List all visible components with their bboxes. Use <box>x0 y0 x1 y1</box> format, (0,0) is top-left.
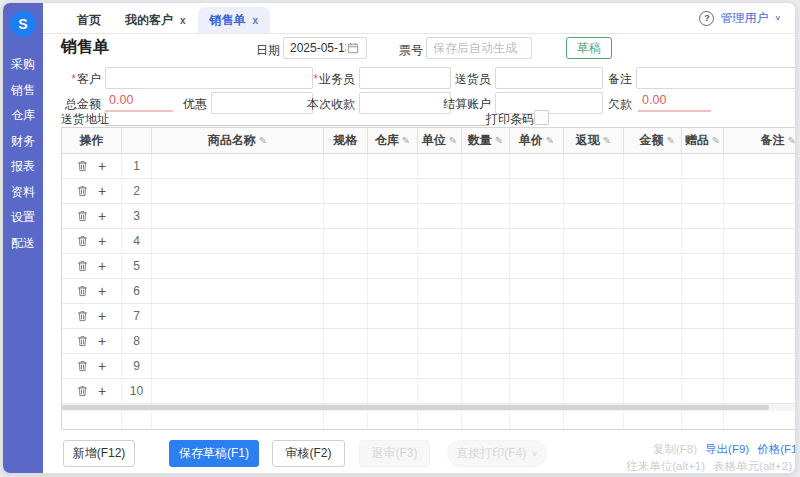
grid-cell-quantity[interactable] <box>462 354 510 378</box>
user-menu[interactable]: ? 管理用户 ∨ <box>699 3 781 33</box>
sidebar-item-data[interactable]: 资料 <box>3 180 43 206</box>
edit-column-icon[interactable]: ✎ <box>712 135 720 146</box>
tab-my-customers[interactable]: 我的客户x <box>113 7 198 33</box>
column-header-amount[interactable]: 金额✎ <box>624 128 682 153</box>
horizontal-scrollbar-thumb[interactable] <box>62 405 769 410</box>
grid-cell-amount[interactable] <box>624 154 682 178</box>
grid-cell-product-name[interactable] <box>152 354 324 378</box>
column-header-remark[interactable]: 备注✎ <box>724 128 796 153</box>
grid-cell-spec[interactable] <box>324 254 368 278</box>
grid-cell-cashback[interactable] <box>564 354 624 378</box>
edit-column-icon[interactable]: ✎ <box>788 135 796 146</box>
grid-cell-quantity[interactable] <box>462 229 510 253</box>
grid-cell-gift[interactable] <box>682 379 724 403</box>
help-icon[interactable]: ? <box>699 11 714 26</box>
tab-sales-order[interactable]: 销售单x <box>198 7 271 33</box>
column-header-quantity[interactable]: 数量✎ <box>462 128 510 153</box>
tab-home[interactable]: 首页 <box>65 7 113 33</box>
grid-cell-quantity[interactable] <box>462 204 510 228</box>
column-header-unit[interactable]: 单位✎ <box>418 128 462 153</box>
grid-cell-remark[interactable] <box>724 229 796 253</box>
grid-cell-unit[interactable] <box>418 154 462 178</box>
grid-cell-remark[interactable] <box>724 279 796 303</box>
add-row-icon[interactable]: + <box>98 184 106 198</box>
grid-cell-unit[interactable] <box>418 379 462 403</box>
grid-cell-amount[interactable] <box>624 204 682 228</box>
edit-column-icon[interactable]: ✎ <box>259 135 267 146</box>
ticket-input[interactable] <box>426 37 532 59</box>
delete-row-icon[interactable] <box>77 310 88 322</box>
delete-row-icon[interactable] <box>77 385 88 397</box>
grid-cell-spec[interactable] <box>324 304 368 328</box>
grid-cell-amount[interactable] <box>624 179 682 203</box>
grid-cell-remark[interactable] <box>724 154 796 178</box>
grid-cell-remark[interactable] <box>724 179 796 203</box>
grid-cell-unit-price[interactable] <box>510 279 564 303</box>
grid-cell-amount[interactable] <box>624 254 682 278</box>
horizontal-scrollbar[interactable] <box>62 404 796 411</box>
grid-cell-product-name[interactable] <box>152 154 324 178</box>
grid-cell-remark[interactable] <box>724 354 796 378</box>
export-hint[interactable]: 导出(F9) <box>705 443 749 455</box>
close-icon[interactable]: x <box>253 15 259 26</box>
grid-cell-amount[interactable] <box>624 379 682 403</box>
grid-cell-unit[interactable] <box>418 179 462 203</box>
delete-row-icon[interactable] <box>77 210 88 222</box>
grid-cell-unit-price[interactable] <box>510 154 564 178</box>
grid-cell-warehouse[interactable] <box>368 154 418 178</box>
delete-row-icon[interactable] <box>77 335 88 347</box>
column-header-unit-price[interactable]: 单价✎ <box>510 128 564 153</box>
grid-cell-unit-price[interactable] <box>510 204 564 228</box>
grid-cell-warehouse[interactable] <box>368 329 418 353</box>
column-header-warehouse[interactable]: 仓库✎ <box>368 128 418 153</box>
add-row-icon[interactable]: + <box>98 284 106 298</box>
grid-cell-warehouse[interactable] <box>368 279 418 303</box>
grid-cell-gift[interactable] <box>682 329 724 353</box>
grid-cell-quantity[interactable] <box>462 279 510 303</box>
grid-cell-remark[interactable] <box>724 379 796 403</box>
delete-row-icon[interactable] <box>77 160 88 172</box>
grid-cell-spec[interactable] <box>324 204 368 228</box>
grid-cell-gift[interactable] <box>682 304 724 328</box>
delete-row-icon[interactable] <box>77 235 88 247</box>
grid-cell-product-name[interactable] <box>152 179 324 203</box>
grid-cell-product-name[interactable] <box>152 304 324 328</box>
grid-cell-product-name[interactable] <box>152 279 324 303</box>
app-logo[interactable]: S <box>10 11 36 37</box>
add-row-icon[interactable]: + <box>98 234 106 248</box>
grid-cell-cashback[interactable] <box>564 154 624 178</box>
grid-cell-unit[interactable] <box>418 329 462 353</box>
grid-cell-unit-price[interactable] <box>510 354 564 378</box>
grid-cell-cashback[interactable] <box>564 229 624 253</box>
close-icon[interactable]: x <box>180 15 186 26</box>
deliveryman-input[interactable] <box>495 67 603 89</box>
edit-column-icon[interactable]: ✎ <box>449 135 457 146</box>
grid-cell-gift[interactable] <box>682 154 724 178</box>
sidebar-item-reports[interactable]: 报表 <box>3 154 43 180</box>
grid-cell-remark[interactable] <box>724 329 796 353</box>
grid-cell-remark[interactable] <box>724 204 796 228</box>
add-new-button[interactable]: 新增(F12) <box>63 440 135 467</box>
sidebar-item-settings[interactable]: 设置 <box>3 205 43 231</box>
grid-cell-unit-price[interactable] <box>510 379 564 403</box>
grid-cell-unit-price[interactable] <box>510 179 564 203</box>
grid-cell-quantity[interactable] <box>462 179 510 203</box>
grid-cell-warehouse[interactable] <box>368 304 418 328</box>
column-header-cashback[interactable]: 返现✎ <box>564 128 624 153</box>
add-row-icon[interactable]: + <box>98 334 106 348</box>
grid-cell-gift[interactable] <box>682 204 724 228</box>
grid-cell-gift[interactable] <box>682 254 724 278</box>
print-barcode-checkbox[interactable] <box>534 110 549 125</box>
grid-cell-amount[interactable] <box>624 304 682 328</box>
add-row-icon[interactable]: + <box>98 384 106 398</box>
grid-cell-amount[interactable] <box>624 329 682 353</box>
grid-cell-remark[interactable] <box>724 304 796 328</box>
grid-cell-spec[interactable] <box>324 354 368 378</box>
customer-input[interactable] <box>105 67 313 89</box>
delete-row-icon[interactable] <box>77 260 88 272</box>
grid-cell-spec[interactable] <box>324 179 368 203</box>
grid-cell-warehouse[interactable] <box>368 254 418 278</box>
save-draft-button[interactable]: 保存草稿(F1) <box>169 440 259 467</box>
grid-cell-unit-price[interactable] <box>510 229 564 253</box>
grid-cell-cashback[interactable] <box>564 179 624 203</box>
